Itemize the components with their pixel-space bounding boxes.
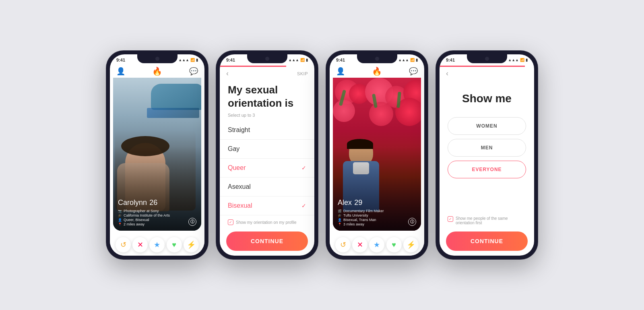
option-bisexual[interactable]: Bisexual ✓ [220,196,314,215]
battery-icon-2: ▮ [306,58,308,62]
signal-icon-3: ▲▲▲ [398,58,409,62]
nope-button-3[interactable]: ✕ [352,237,367,252]
rewind-button-3[interactable]: ↺ [335,237,351,252]
continue-button-orientation[interactable]: CONTINUE [226,231,308,251]
boost-button[interactable]: ⚡ [184,237,199,252]
option-asexual[interactable]: Asexual [220,178,314,196]
show-orientation-checkbox[interactable] [228,219,233,225]
status-time-3: 9:41 [336,58,345,62]
signal-icon-4: ▲▲▲ [508,58,519,62]
status-icons-1: ▲▲▲ 📶 ▮ [178,58,198,62]
alex-distance-icon: 📍 [338,223,342,226]
show-on-profile-row[interactable]: Show my orientation on my profile [220,215,314,229]
alex-detail-job: 🎬 Documentary Film Maker [338,209,416,213]
orientation-header: ‹ SKIP [220,67,314,80]
skip-button-orientation[interactable]: SKIP [297,71,308,76]
profile-card-carolynn[interactable]: Carolynn 26 📷 Photographer at Sony 🎓 Cal… [113,78,201,231]
school-icon: 🎓 [118,214,122,217]
like-button[interactable]: ♥ [167,237,182,252]
nope-button[interactable]: ✕ [132,237,148,252]
option-everyone[interactable]: EVERYONE [448,161,526,178]
battery-icon: ▮ [196,58,198,62]
phone-profile-alex: 9:41 ▲▲▲ 📶 ▮ 👤 🔥 💬 [326,50,428,260]
status-icons-4: ▲▲▲ 📶 ▮ [508,58,528,62]
profile-detail-orientation: 👤 Queer, Bisexual [118,218,196,222]
alex-detail-school: 🎓 Tufts University [338,213,416,217]
action-bar-3: ↺ ✕ ★ ♥ ⚡ [330,234,424,256]
notch [137,54,178,63]
notch-3 [357,54,397,63]
show-me-title: Show me [440,80,534,113]
signal-icon: ▲▲▲ [178,58,189,62]
job-icon: 📷 [118,209,122,213]
queer-checkmark: ✓ [301,165,306,171]
option-men[interactable]: MEN [448,139,526,157]
alex-detail-distance: 📍 3 miles away [338,222,416,226]
status-icons-2: ▲▲▲ 📶 ▮ [288,58,308,62]
boost-button-3[interactable]: ⚡ [403,237,419,252]
alex-detail-orientation: 👤 Bisexual, Trans Man [338,218,416,222]
option-gay[interactable]: Gay [220,140,314,159]
alex-orientation-icon: 👤 [338,218,342,222]
select-hint: Select up to 3 [220,113,314,121]
back-button-showme[interactable]: ‹ [446,69,448,78]
phone-profile-carolynn: 9:41 ▲▲▲ 📶 ▮ 👤 🔥 💬 [106,50,208,260]
option-straight[interactable]: Straight [220,121,314,140]
profile-detail-job: 📷 Photographer at Sony [118,209,196,213]
status-time-4: 9:41 [446,58,455,62]
orientation-list: Straight Gay Queer ✓ Asexual Bisexual ✓ [220,121,314,215]
show-me-options: WOMEN MEN EVERYONE [440,113,534,213]
profile-info-carolynn: Carolynn 26 📷 Photographer at Sony 🎓 Cal… [118,197,196,227]
notch-4 [467,54,507,63]
show-orientation-label: Show my orientation on my profile [236,220,297,225]
tinder-logo-3: 🔥 [372,66,382,76]
status-icons-3: ▲▲▲ 📶 ▮ [398,58,418,62]
profile-detail-distance: 📍 2 miles away [118,222,196,226]
back-button-orientation[interactable]: ‹ [226,69,229,78]
alex-job-icon: 🎬 [338,209,342,213]
profile-icon-1[interactable]: 👤 [116,67,125,76]
info-button-carolynn[interactable]: ⓘ [188,218,196,226]
app-header-1: 👤 🔥 💬 [110,66,204,78]
battery-icon-3: ▮ [416,58,418,62]
profile-detail-school: 🎓 California Institute of the Arts [118,213,196,217]
signal-icon-2: ▲▲▲ [288,58,299,62]
phone-show-me: 9:41 ▲▲▲ 📶 ▮ ‹ Show me WOMEN MEN EVERYON… [436,50,538,260]
app-header-3: 👤 🔥 💬 [330,66,424,78]
bisexual-checkmark: ✓ [301,203,306,209]
tinder-logo-1: 🔥 [152,66,162,76]
profile-name-carolynn: Carolynn 26 [118,197,196,207]
profile-info-alex: Alex 29 🎬 Documentary Film Maker 🎓 Tufts… [338,197,416,227]
superlike-button-3[interactable]: ★ [369,237,384,252]
battery-icon-4: ▮ [526,58,528,62]
wifi-icon-2: 📶 [300,58,305,62]
wifi-icon-4: 📶 [520,58,524,62]
chat-icon-3[interactable]: 💬 [409,67,418,76]
chat-icon-1[interactable]: 💬 [189,67,198,76]
option-women[interactable]: WOMEN [448,117,526,135]
wifi-icon-3: 📶 [410,58,415,62]
action-bar-1: ↺ ✕ ★ ♥ ⚡ [110,234,204,256]
profile-icon-3[interactable]: 👤 [336,67,345,76]
like-button-3[interactable]: ♥ [386,237,402,252]
distance-icon: 📍 [118,223,122,226]
same-orientation-row[interactable]: Show me people of the same orientation f… [440,213,534,229]
rewind-button[interactable]: ↺ [116,237,131,252]
profile-name-alex: Alex 29 [338,197,416,207]
same-orientation-checkbox[interactable] [448,216,453,222]
orientation-icon: 👤 [118,218,122,222]
orientation-title: My sexualorientation is [220,80,314,113]
continue-button-showme[interactable]: CONTINUE [446,231,528,251]
profile-card-alex[interactable]: Alex 29 🎬 Documentary Film Maker 🎓 Tufts… [333,78,421,231]
status-time-1: 9:41 [116,58,125,62]
phone-orientation: 9:41 ▲▲▲ 📶 ▮ ‹ SKIP My sexualorientation… [216,50,318,260]
same-orientation-label: Show me people of the same orientation f… [456,216,526,225]
notch-2 [247,54,287,63]
alex-school-icon: 🎓 [338,214,342,217]
phones-container: 9:41 ▲▲▲ 📶 ▮ 👤 🔥 💬 [106,50,538,260]
info-button-alex[interactable]: ⓘ [408,218,416,226]
option-queer[interactable]: Queer ✓ [220,159,314,178]
wifi-icon: 📶 [190,58,195,62]
superlike-button[interactable]: ★ [149,237,165,252]
status-time-2: 9:41 [226,58,235,62]
